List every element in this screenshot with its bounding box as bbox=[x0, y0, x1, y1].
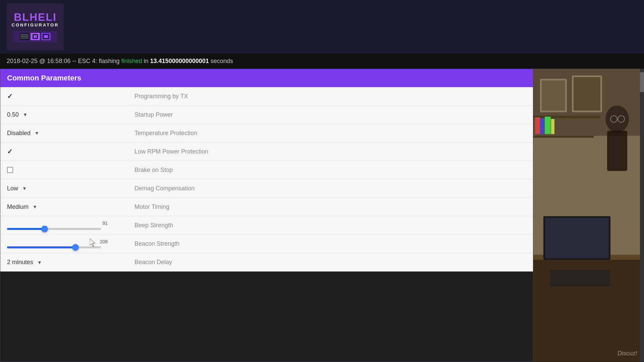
status-finished: finished bbox=[121, 58, 142, 64]
beacon-strength-slider-container: 208 bbox=[7, 239, 108, 248]
discuz-watermark: Discuz! bbox=[618, 350, 637, 357]
svg-rect-7 bbox=[45, 36, 47, 38]
param-row-motor-timing: Medium ▼ Motor Timing bbox=[0, 198, 533, 216]
beep-strength-value: 91 bbox=[7, 221, 108, 226]
svg-rect-15 bbox=[533, 136, 594, 138]
beacon-strength-value: 208 bbox=[7, 239, 108, 244]
checkbox-brake-on-stop[interactable] bbox=[7, 167, 13, 173]
param-row-temperature-protection: Disabled ▼ Temperature Protection bbox=[0, 124, 533, 142]
temperature-protection-arrow[interactable]: ▼ bbox=[35, 130, 39, 136]
status-in: in bbox=[144, 58, 150, 64]
svg-rect-13 bbox=[574, 77, 600, 111]
beacon-delay-value[interactable]: 2 minutes bbox=[7, 259, 33, 266]
logo-icon-1 bbox=[20, 33, 29, 40]
startup-power-arrow[interactable]: ▼ bbox=[23, 112, 28, 117]
beacon-delay-arrow[interactable]: ▼ bbox=[37, 260, 42, 265]
param-label-motor-timing: Motor Timing bbox=[121, 203, 526, 210]
logo: BLHELI CONFIGURATOR bbox=[7, 3, 64, 50]
svg-rect-4 bbox=[34, 35, 37, 38]
status-seconds: 13.415000000000001 bbox=[150, 58, 209, 64]
svg-rect-17 bbox=[607, 131, 627, 171]
params-header: Common Parameters bbox=[0, 69, 533, 87]
status-bar: 2018-02-25 @ 16:58:06 -- ESC 4: flashing… bbox=[0, 54, 644, 69]
param-label-brake-on-stop: Brake on Stop bbox=[121, 167, 526, 174]
param-row-beacon-strength: 208 Beacon Strength bbox=[0, 235, 533, 253]
svg-rect-14 bbox=[533, 116, 600, 118]
svg-rect-1 bbox=[20, 36, 29, 37]
param-row-startup-power: 0.50 ▼ Startup Power bbox=[0, 106, 533, 124]
logo-configurator: CONFIGURATOR bbox=[12, 22, 59, 27]
camera-placeholder bbox=[533, 69, 644, 362]
logo-icons bbox=[13, 31, 57, 42]
param-row-low-rpm-power-protection: ✓ Low RPM Power Protection bbox=[0, 142, 533, 161]
svg-rect-2 bbox=[20, 38, 29, 39]
param-label-programming-by-tx: Programming by TX bbox=[121, 93, 526, 100]
logo-icon-3 bbox=[41, 33, 51, 40]
checkmark-programming-by-tx: ✓ bbox=[7, 92, 13, 100]
beep-strength-track[interactable] bbox=[7, 228, 101, 230]
param-control-brake-on-stop bbox=[7, 167, 121, 173]
header: BLHELI CONFIGURATOR bbox=[0, 0, 644, 54]
beacon-strength-track[interactable] bbox=[7, 246, 101, 248]
svg-rect-27 bbox=[545, 117, 551, 134]
param-control-demag-compensation: Low ▼ bbox=[7, 185, 121, 192]
params-body: ✓ Programming by TX 0.50 ▼ Startup Power… bbox=[0, 87, 533, 272]
param-label-beacon-delay: Beacon Delay bbox=[121, 259, 526, 266]
temperature-protection-value[interactable]: Disabled bbox=[7, 130, 31, 137]
svg-rect-11 bbox=[542, 80, 565, 111]
status-seconds-label: seconds bbox=[211, 58, 233, 64]
param-control-beacon-strength: 208 bbox=[7, 239, 121, 248]
param-label-beep-strength: Beep Strength bbox=[121, 222, 526, 229]
camera-scrollbar-thumb[interactable] bbox=[640, 72, 644, 92]
beacon-strength-thumb[interactable] bbox=[72, 244, 79, 251]
param-row-beacon-delay: 2 minutes ▼ Beacon Delay bbox=[0, 253, 533, 272]
svg-rect-29 bbox=[550, 270, 610, 287]
param-row-beep-strength: 91 Beep Strength bbox=[0, 216, 533, 235]
param-control-motor-timing: Medium ▼ bbox=[7, 203, 121, 210]
param-label-temperature-protection: Temperature Protection bbox=[121, 130, 526, 137]
beep-strength-fill bbox=[7, 228, 45, 230]
param-row-brake-on-stop: Brake on Stop bbox=[0, 161, 533, 179]
beep-strength-thumb[interactable] bbox=[41, 226, 48, 232]
svg-rect-26 bbox=[540, 118, 544, 134]
status-message: -- ESC 4: flashing bbox=[72, 58, 121, 64]
beacon-strength-fill bbox=[7, 246, 75, 248]
svg-rect-0 bbox=[20, 34, 29, 35]
checkmark-low-rpm: ✓ bbox=[7, 147, 13, 156]
param-control-beep-strength: 91 bbox=[7, 221, 121, 230]
params-panel: Common Parameters ✓ Programming by TX 0.… bbox=[0, 69, 533, 362]
param-row-programming-by-tx: ✓ Programming by TX bbox=[0, 87, 533, 106]
param-label-demag-compensation: Demag Compensation bbox=[121, 185, 526, 192]
param-control-temperature-protection: Disabled ▼ bbox=[7, 130, 121, 137]
param-row-demag-compensation: Low ▼ Demag Compensation bbox=[0, 179, 533, 198]
param-control-low-rpm-power-protection: ✓ bbox=[7, 147, 121, 156]
motor-timing-arrow[interactable]: ▼ bbox=[33, 204, 37, 209]
param-label-low-rpm-power-protection: Low RPM Power Protection bbox=[121, 148, 526, 155]
svg-rect-28 bbox=[551, 119, 554, 134]
param-control-programming-by-tx: ✓ bbox=[7, 92, 121, 100]
demag-compensation-arrow[interactable]: ▼ bbox=[22, 186, 27, 191]
logo-icon-2 bbox=[31, 33, 40, 40]
status-timestamp: 2018-02-25 @ 16:58:06 bbox=[7, 58, 70, 64]
svg-rect-25 bbox=[535, 117, 540, 134]
param-control-beacon-delay: 2 minutes ▼ bbox=[7, 259, 121, 266]
svg-rect-24 bbox=[545, 218, 609, 258]
startup-power-value[interactable]: 0.50 bbox=[7, 111, 19, 118]
main-content: Common Parameters ✓ Programming by TX 0.… bbox=[0, 69, 644, 362]
camera-scrollbar[interactable] bbox=[640, 69, 644, 362]
param-control-startup-power: 0.50 ▼ bbox=[7, 111, 121, 118]
motor-timing-value[interactable]: Medium bbox=[7, 203, 29, 210]
param-label-beacon-strength: Beacon Strength bbox=[121, 240, 526, 247]
params-title: Common Parameters bbox=[7, 74, 81, 82]
param-label-startup-power: Startup Power bbox=[121, 111, 526, 118]
camera-feed bbox=[533, 69, 644, 362]
logo-blheli: BLHELI bbox=[14, 12, 57, 22]
demag-compensation-value[interactable]: Low bbox=[7, 185, 18, 192]
beep-strength-slider-container: 91 bbox=[7, 221, 108, 230]
camera-image bbox=[533, 69, 644, 362]
